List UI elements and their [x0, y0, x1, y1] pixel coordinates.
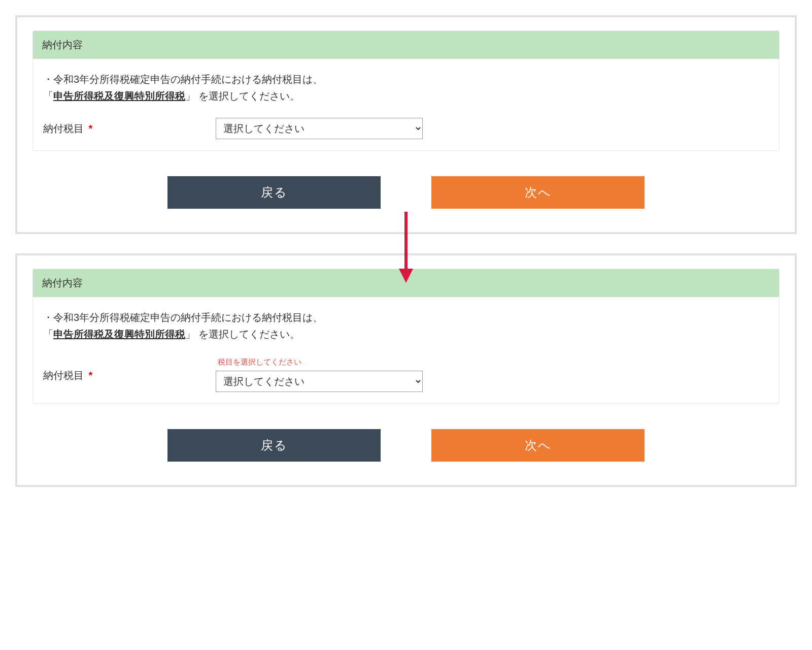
- required-mark: *: [89, 370, 93, 381]
- back-button[interactable]: 戻る: [167, 176, 381, 209]
- tax-name-label: 申告所得税及復興特別所得税: [53, 90, 185, 102]
- error-message: 税目を選択してください: [218, 356, 423, 369]
- bracket-open: 「: [43, 329, 53, 340]
- panel-title: 納付内容: [33, 269, 779, 297]
- instruction-rest: 」 を選択してください。: [185, 329, 300, 340]
- instruction-text: ・令和3年分所得税確定申告の納付手続における納付税目は、 「申告所得税及復興特別…: [43, 309, 769, 343]
- required-mark: *: [89, 123, 93, 134]
- panel-title: 納付内容: [33, 31, 779, 59]
- flow-arrow: [15, 234, 797, 253]
- tax-item-label: 納付税目: [43, 123, 84, 134]
- screen-before: 納付内容 ・令和3年分所得税確定申告の納付手続における納付税目は、 「申告所得税…: [15, 15, 797, 234]
- payment-content-panel-error: 納付内容 ・令和3年分所得税確定申告の納付手続における納付税目は、 「申告所得税…: [32, 269, 780, 404]
- instruction-rest: 」 を選択してください。: [185, 90, 300, 102]
- tax-name-label: 申告所得税及復興特別所得税: [53, 329, 185, 340]
- tax-item-label: 納付税目: [43, 370, 84, 381]
- back-button[interactable]: 戻る: [167, 429, 381, 462]
- next-button[interactable]: 次へ: [431, 429, 645, 462]
- payment-content-panel: 納付内容 ・令和3年分所得税確定申告の納付手続における納付税目は、 「申告所得税…: [32, 30, 780, 151]
- screen-after: 納付内容 ・令和3年分所得税確定申告の納付手続における納付税目は、 「申告所得税…: [15, 253, 797, 487]
- tax-item-select[interactable]: 選択してください: [216, 118, 423, 139]
- instruction-line1: ・令和3年分所得税確定申告の納付手続における納付税目は、: [43, 71, 769, 88]
- next-button[interactable]: 次へ: [431, 176, 645, 209]
- bracket-open: 「: [43, 90, 53, 102]
- instruction-line1: ・令和3年分所得税確定申告の納付手続における納付税目は、: [43, 309, 769, 326]
- instruction-text: ・令和3年分所得税確定申告の納付手続における納付税目は、 「申告所得税及復興特別…: [43, 71, 769, 105]
- tax-item-select[interactable]: 選択してください: [216, 371, 423, 392]
